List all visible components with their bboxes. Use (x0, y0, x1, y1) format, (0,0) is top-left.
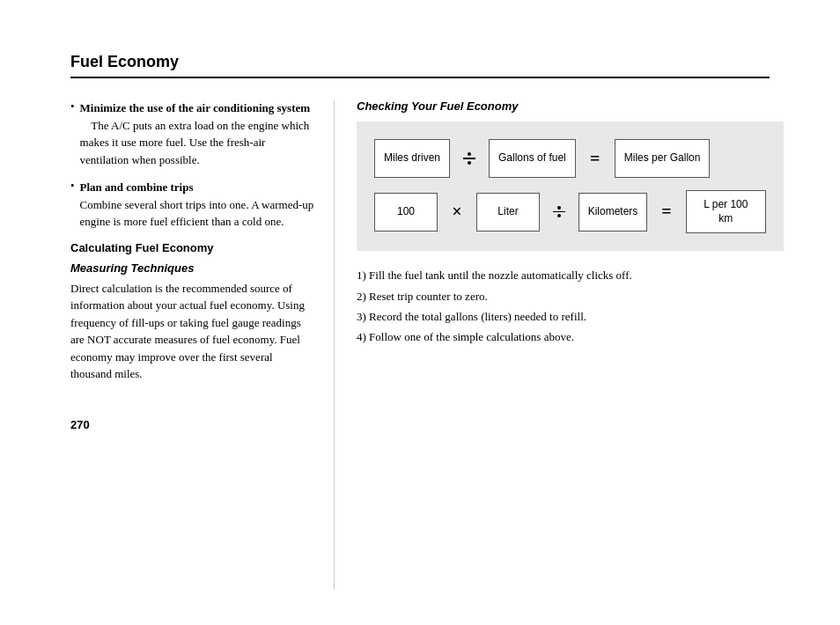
page-container: Fuel Economy • Minimize the use of the a… (0, 0, 840, 625)
bullet-title-2: Plan and combine trips (80, 180, 194, 194)
bullet-content-1: Minimize the use of the air conditioning… (80, 99, 316, 168)
right-section-title: Checking Your Fuel Economy (357, 99, 784, 113)
formula-cell-miles-per-gallon: Miles per Gallon (615, 139, 711, 178)
div-dot-bottom-1 (468, 161, 471, 165)
left-column: • Minimize the use of the air conditioni… (70, 99, 335, 590)
content-area: • Minimize the use of the air conditioni… (70, 99, 770, 590)
bullet-item-1: • Minimize the use of the air conditioni… (70, 99, 316, 168)
equals-operator-2: = (654, 202, 679, 222)
multiply-operator: × (445, 202, 469, 222)
formula-row-2: 100 × Liter Kilometers = L per 100 km (374, 190, 766, 233)
divide-symbol-2 (553, 206, 565, 218)
measuring-heading: Measuring Techniques (70, 261, 316, 275)
divide-symbol-1 (463, 152, 475, 165)
div-dot-top-1 (468, 152, 471, 156)
page-number: 270 (70, 418, 316, 431)
div-line-2 (553, 211, 565, 213)
measuring-body: Direct calculation is the recommended so… (70, 280, 316, 383)
page-header: Fuel Economy (70, 53, 770, 78)
page-title: Fuel Economy (70, 53, 770, 71)
formula-cell-liter: Liter (476, 193, 540, 232)
formula-cell-gallons-of-fuel: Gallons of fuel (489, 139, 576, 178)
formula-cell-100: 100 (374, 193, 438, 232)
bullet-title-1: Minimize the use of the air conditioning… (80, 101, 311, 114)
step-4: 4) Follow one of the simple calculations… (357, 327, 784, 347)
right-column: Checking Your Fuel Economy Miles driven … (352, 99, 784, 590)
step-1: 1) Fill the fuel tank until the nozzle a… (357, 265, 784, 285)
steps-list: 1) Fill the fuel tank until the nozzle a… (357, 265, 784, 348)
bullet-body-2: Combine several short trips into one. A … (80, 198, 314, 229)
divide-operator-1 (457, 152, 482, 165)
formula-cell-miles-driven: Miles driven (374, 139, 450, 178)
bullet-dot-2: • (70, 179, 75, 231)
formula-cell-l-per-100km: L per 100 km (686, 190, 766, 233)
div-line-1 (463, 158, 475, 159)
calculating-heading: Calculating Fuel Economy (70, 241, 316, 254)
diagram-box: Miles driven Gallons of fuel = Miles per… (357, 121, 784, 251)
div-dot-top-2 (557, 206, 561, 210)
formula-cell-kilometers: Kilometers (578, 193, 647, 232)
equals-operator-1: = (583, 149, 608, 169)
bullet-body-1: The A/C puts an extra load on the engine… (80, 119, 310, 166)
bullet-item-2: • Plan and combine trips Combine several… (70, 179, 316, 231)
formula-row-1: Miles driven Gallons of fuel = Miles per… (374, 139, 766, 178)
bullet-dot-1: • (70, 99, 75, 168)
step-3: 3) Record the total gallons (liters) nee… (357, 306, 784, 327)
div-dot-bottom-2 (557, 214, 561, 217)
step-2: 2) Reset trip counter to zero. (357, 286, 784, 306)
bullet-content-2: Plan and combine trips Combine several s… (80, 179, 316, 231)
divide-operator-2 (547, 206, 571, 218)
